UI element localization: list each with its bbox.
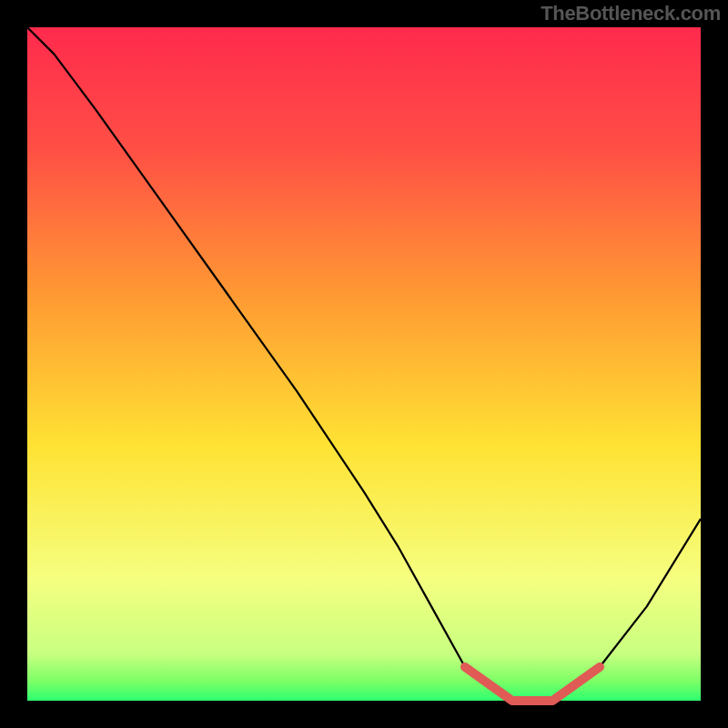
watermark-text: TheBottleneck.com [541,2,721,25]
bottleneck-chart [0,0,728,728]
chart-stage: TheBottleneck.com [0,0,728,728]
plot-background [27,27,701,701]
